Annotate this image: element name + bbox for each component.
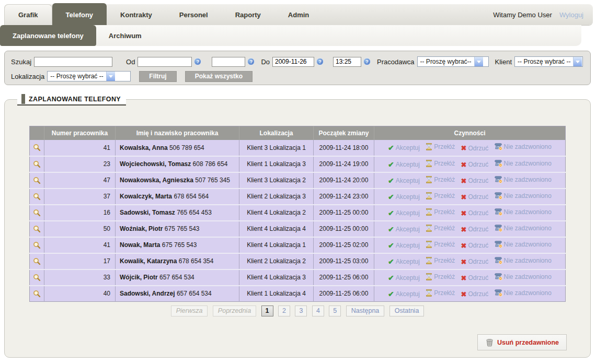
from-time-input[interactable] xyxy=(212,57,245,67)
employee-name: Wojciechowski, Tomasz xyxy=(120,160,191,168)
accept-action[interactable]: ✔Akceptuj xyxy=(388,274,420,282)
postpone-action[interactable]: Przełóż xyxy=(426,143,455,150)
page-number-link[interactable]: 3 xyxy=(295,306,307,316)
not-called-action[interactable]: Nie zadzwoniono xyxy=(495,160,552,167)
not-called-action[interactable]: Nie zadzwoniono xyxy=(495,225,552,232)
employer-select[interactable]: -- Proszę wybrać-- xyxy=(417,56,489,67)
not-called-action[interactable]: Nie zadzwoniono xyxy=(495,257,552,264)
nav-tab-raporty[interactable]: Raporty xyxy=(222,4,274,25)
nav-tab-grafik[interactable]: Grafik xyxy=(4,4,52,25)
search-input[interactable] xyxy=(34,57,112,67)
pagination-last[interactable]: Ostatnia xyxy=(389,306,425,316)
postpone-action[interactable]: Przełóż xyxy=(426,160,455,167)
postpone-action[interactable]: Przełóż xyxy=(426,176,455,183)
from-label: Od xyxy=(126,58,135,66)
table-row: 47 Nowakowska, Agnieszka 507 765 345 Kli… xyxy=(30,172,566,189)
client-select[interactable]: -- Proszę wybrać -- xyxy=(514,56,583,67)
employee-number: 17 xyxy=(104,257,110,265)
check-icon: ✔ xyxy=(388,274,394,282)
not-called-action[interactable]: Nie zadzwoniono xyxy=(495,273,552,280)
pagination: Pierwsza Poprzednia 1 2 3 4 5 Następna O… xyxy=(5,306,590,316)
reject-action[interactable]: ✖Odrzuć xyxy=(461,193,489,201)
details-magnifier-link[interactable] xyxy=(33,225,41,232)
accept-action[interactable]: ✔Akceptuj xyxy=(388,290,420,298)
subnav-tab-archiwum[interactable]: Archiwum xyxy=(96,25,154,46)
location-select[interactable]: -- Proszę wybrać -- xyxy=(47,71,131,81)
from-date-input[interactable] xyxy=(137,57,192,67)
nav-tab-telefony[interactable]: Telefony xyxy=(52,3,107,25)
accept-action[interactable]: ✔Akceptuj xyxy=(388,257,420,266)
column-header-employee-number: Numer pracownika xyxy=(44,126,116,140)
not-called-action[interactable]: Nie zadzwoniono xyxy=(495,289,552,297)
details-magnifier-link[interactable] xyxy=(33,208,41,216)
accept-action[interactable]: ✔Akceptuj xyxy=(388,225,420,233)
not-called-action[interactable]: Nie zadzwoniono xyxy=(495,143,552,150)
reject-label: Odrzuć xyxy=(468,258,488,265)
x-icon: ✖ xyxy=(461,144,467,152)
reject-action[interactable]: ✖Odrzuć xyxy=(461,242,489,250)
postpone-action[interactable]: Przełóż xyxy=(426,192,455,199)
not-called-action[interactable]: Nie zadzwoniono xyxy=(495,192,552,199)
not-called-action[interactable]: Nie zadzwoniono xyxy=(495,176,552,183)
postpone-action[interactable]: Przełóż xyxy=(426,289,455,297)
details-magnifier-link[interactable] xyxy=(33,257,41,264)
postpone-label: Przełóż xyxy=(434,225,455,232)
details-magnifier-link[interactable] xyxy=(33,144,41,151)
page-number-link[interactable]: 4 xyxy=(312,306,324,316)
help-icon[interactable]: ? xyxy=(316,58,324,65)
x-icon: ✖ xyxy=(461,274,467,282)
location-select-value: -- Proszę wybrać -- xyxy=(48,73,106,80)
reject-action[interactable]: ✖Odrzuć xyxy=(461,274,489,282)
reject-action[interactable]: ✖Odrzuć xyxy=(461,209,489,217)
shift-start: 2009-11-24 19:00 xyxy=(319,160,369,168)
help-icon[interactable]: ? xyxy=(194,58,201,65)
accept-action[interactable]: ✔Akceptuj xyxy=(388,209,420,217)
show-all-button[interactable]: Pokaż wszystko xyxy=(185,71,253,82)
accept-action[interactable]: ✔Akceptuj xyxy=(388,241,420,250)
reject-action[interactable]: ✖Odrzuć xyxy=(461,177,489,185)
postpone-action[interactable]: Przełóż xyxy=(426,257,455,264)
table-row: 17 Kowalik, Katarzyna 678 654 354 Klient… xyxy=(30,253,566,269)
check-icon: ✔ xyxy=(388,241,394,250)
nav-tab-admin[interactable]: Admin xyxy=(274,4,323,25)
accept-action[interactable]: ✔Akceptuj xyxy=(388,177,420,185)
reject-action[interactable]: ✖Odrzuć xyxy=(461,258,489,266)
logout-link[interactable]: Wyloguj xyxy=(559,4,593,25)
accept-action[interactable]: ✔Akceptuj xyxy=(388,160,420,169)
reject-action[interactable]: ✖Odrzuć xyxy=(461,144,489,152)
details-magnifier-link[interactable] xyxy=(33,241,41,248)
reject-action[interactable]: ✖Odrzuć xyxy=(461,226,489,233)
filter-button[interactable]: Filtruj xyxy=(139,71,176,82)
pagination-next[interactable]: Następna xyxy=(346,306,385,316)
to-time-input[interactable] xyxy=(333,57,361,67)
employee-name: Kowalska, Anna xyxy=(120,144,168,151)
details-magnifier-link[interactable] xyxy=(33,176,41,183)
postpone-action[interactable]: Przełóż xyxy=(426,225,455,232)
to-date-input[interactable] xyxy=(272,57,314,67)
postpone-action[interactable]: Przełóż xyxy=(426,241,455,248)
not-called-action[interactable]: Nie zadzwoniono xyxy=(495,241,552,248)
delete-expired-button[interactable]: Usuń przedawnione xyxy=(477,334,567,350)
page-number-link[interactable]: 2 xyxy=(278,306,290,316)
nav-tab-kontrakty[interactable]: Kontrakty xyxy=(107,4,166,25)
postpone-action[interactable]: Przełóż xyxy=(426,208,455,216)
accept-action[interactable]: ✔Akceptuj xyxy=(388,144,420,152)
phone-icon xyxy=(495,273,502,280)
postpone-action[interactable]: Przełóż xyxy=(426,273,455,280)
help-icon[interactable]: ? xyxy=(363,58,371,65)
nav-tab-personel[interactable]: Personel xyxy=(166,4,222,25)
accept-action[interactable]: ✔Akceptuj xyxy=(388,193,420,201)
reject-action[interactable]: ✖Odrzuć xyxy=(461,161,489,169)
subnav-tab-zaplanowane-telefony[interactable]: Zaplanowane telefony xyxy=(0,25,96,46)
details-magnifier-link[interactable] xyxy=(33,192,41,199)
reject-action[interactable]: ✖Odrzuć xyxy=(461,290,489,298)
location: Klient 4 Lokalizacja 3 xyxy=(247,274,306,281)
details-magnifier-link[interactable] xyxy=(33,160,41,167)
phone-icon xyxy=(495,257,502,264)
details-magnifier-link[interactable] xyxy=(33,290,41,297)
not-called-action[interactable]: Nie zadzwoniono xyxy=(495,208,552,216)
help-icon[interactable]: ? xyxy=(247,58,255,65)
section-marker xyxy=(21,94,25,104)
details-magnifier-link[interactable] xyxy=(33,273,41,280)
page-number-link[interactable]: 5 xyxy=(329,306,341,316)
